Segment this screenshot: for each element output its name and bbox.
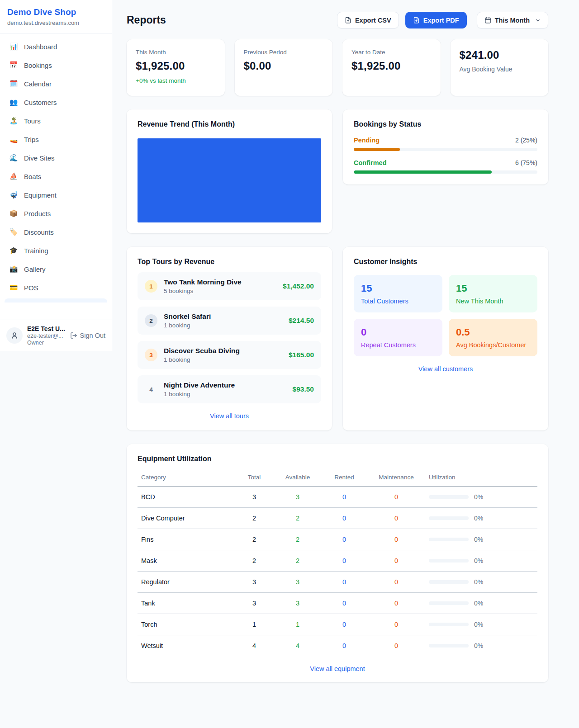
user-icon (10, 331, 19, 340)
utilization-track (429, 644, 469, 648)
cell-category: Regulator (138, 572, 234, 593)
cell-total: 2 (234, 550, 274, 572)
avatar (6, 327, 23, 344)
tour-row: 1 Two Tank Morning Dive 5 bookings $1,45… (138, 272, 321, 300)
cell-available: 2 (274, 508, 321, 529)
chevron-down-icon (535, 18, 541, 23)
utilization-percent: 0% (474, 536, 483, 543)
sign-out-button[interactable]: Sign Out (70, 332, 105, 339)
insight-value: 0.5 (456, 326, 530, 338)
sidebar-item-dive-sites[interactable]: 🌊 Dive Sites (5, 150, 107, 165)
period-dropdown[interactable]: This Month (477, 12, 548, 28)
sidebar-item-label: Dashboard (24, 43, 57, 51)
utilization-track (429, 538, 469, 541)
cell-category: Fins (138, 529, 234, 550)
user-meta: E2E Test U... e2e-tester@... Owner (27, 325, 65, 346)
sidebar-item-label: Equipment (24, 191, 57, 199)
sidebar-header: Demo Dive Shop demo.test.divestreams.com (0, 0, 112, 33)
rank-badge: 2 (145, 314, 157, 327)
view-all-customers-link[interactable]: View all customers (354, 365, 537, 373)
sidebar-item-calendar[interactable]: 🗓️ Calendar (5, 76, 107, 91)
tour-row: 4 Night Dive Adventure 1 booking $93.50 (138, 375, 321, 403)
user-name: E2E Test U... (27, 325, 65, 332)
sidebar-item-training[interactable]: 🎓 Training (5, 243, 107, 258)
sidebar-item-label: Gallery (24, 265, 46, 273)
sidebar-item-pos[interactable]: 💳 POS (5, 280, 107, 295)
cell-rented: 0 (321, 508, 367, 529)
sidebar-item-customers[interactable]: 👥 Customers (5, 95, 107, 110)
utilization-percent: 0% (474, 493, 483, 501)
sidebar-item-boats[interactable]: ⛵ Boats (5, 169, 107, 184)
tour-bookings: 1 booking (164, 391, 286, 397)
insight-value: 15 (361, 283, 435, 294)
tour-name: Two Tank Morning Dive (164, 278, 276, 286)
status-label: Pending (354, 137, 380, 144)
table-header-row: Category Total Available Rented Maintena… (138, 468, 537, 487)
col-header-total: Total (234, 468, 274, 487)
cell-available: 1 (274, 614, 321, 635)
cell-category: Wetsuit (138, 635, 234, 657)
sidebar-item-label: Products (24, 210, 51, 217)
export-csv-button[interactable]: Export CSV (337, 12, 399, 28)
sidebar-item-dashboard[interactable]: 📊 Dashboard (5, 39, 107, 54)
cell-rented: 0 (321, 593, 367, 614)
sidebar-item-gallery[interactable]: 📸 Gallery (5, 261, 107, 277)
top-tours-title: Top Tours by Revenue (138, 258, 321, 266)
progress-fill (354, 148, 400, 151)
sidebar-item-label: Tours (24, 117, 41, 125)
col-header-available: Available (274, 468, 321, 487)
file-download-icon (413, 17, 420, 24)
stat-card-avg-booking-value: $241.00 Avg Booking Value (451, 39, 549, 96)
insight-label: Total Customers (361, 298, 435, 305)
tour-name: Night Dive Adventure (164, 381, 286, 389)
sidebar-item-label: Calendar (24, 80, 52, 88)
table-row: Fins 2 2 0 0 0% (138, 529, 537, 550)
export-pdf-button[interactable]: Export PDF (405, 12, 467, 28)
cell-maintenance: 0 (367, 487, 425, 508)
stat-label: Previous Period (244, 49, 324, 56)
bar-chart-icon: 📊 (9, 43, 18, 51)
sidebar-item-bookings[interactable]: 📅 Bookings (5, 57, 107, 73)
equipment-utilization-title: Equipment Utilization (138, 455, 537, 463)
stat-value: $1,925.00 (351, 60, 432, 72)
sidebar-item-label: Dive Sites (24, 154, 55, 162)
table-row: Dive Computer 2 2 0 0 0% (138, 508, 537, 529)
utilization-track (429, 623, 469, 626)
sidebar-item-trips[interactable]: 🚤 Trips (5, 132, 107, 147)
cell-utilization: 0% (425, 529, 537, 550)
utilization-track (429, 516, 469, 520)
utilization-track (429, 580, 469, 584)
view-all-tours-link[interactable]: View all tours (138, 412, 321, 420)
credit-card-icon: 💳 (9, 284, 18, 292)
stat-value: $241.00 (460, 49, 540, 61)
sidebar-item-products[interactable]: 📦 Products (5, 206, 107, 221)
spiral-calendar-icon: 🗓️ (9, 80, 18, 88)
col-header-maintenance: Maintenance (367, 468, 425, 487)
tour-bookings: 5 bookings (164, 288, 276, 294)
page-title: Reports (127, 14, 166, 26)
utilization-track (429, 559, 469, 563)
page-header: Reports Export CSV Export PDF This Month (127, 12, 548, 28)
tour-bookings: 1 booking (164, 322, 282, 329)
sidebar-item-reports-partial[interactable] (5, 298, 107, 303)
user-role: Owner (27, 340, 65, 346)
tour-name: Snorkel Safari (164, 312, 282, 321)
insight-label: Avg Bookings/Customer (456, 341, 530, 349)
equipment-table: Category Total Available Rented Maintena… (138, 468, 537, 656)
header-actions: Export CSV Export PDF This Month (337, 12, 548, 28)
bookings-by-status-card: Bookings by Status Pending 2 (25%) Confi… (343, 109, 548, 184)
equipment-utilization-card: Equipment Utilization Category Total Ava… (127, 444, 548, 682)
cell-utilization: 0% (425, 614, 537, 635)
sidebar-item-discounts[interactable]: 🏷️ Discounts (5, 224, 107, 240)
sidebar-item-tours[interactable]: 🏝️ Tours (5, 113, 107, 128)
sidebar-item-equipment[interactable]: 🤿 Equipment (5, 187, 107, 203)
cell-utilization: 0% (425, 508, 537, 529)
insight-label: New This Month (456, 298, 530, 305)
cell-rented: 0 (321, 529, 367, 550)
cell-rented: 0 (321, 614, 367, 635)
cell-total: 2 (234, 529, 274, 550)
insight-value: 0 (361, 326, 435, 338)
view-all-equipment-link[interactable]: View all equipment (138, 665, 537, 672)
cell-utilization: 0% (425, 635, 537, 657)
cell-available: 2 (274, 529, 321, 550)
